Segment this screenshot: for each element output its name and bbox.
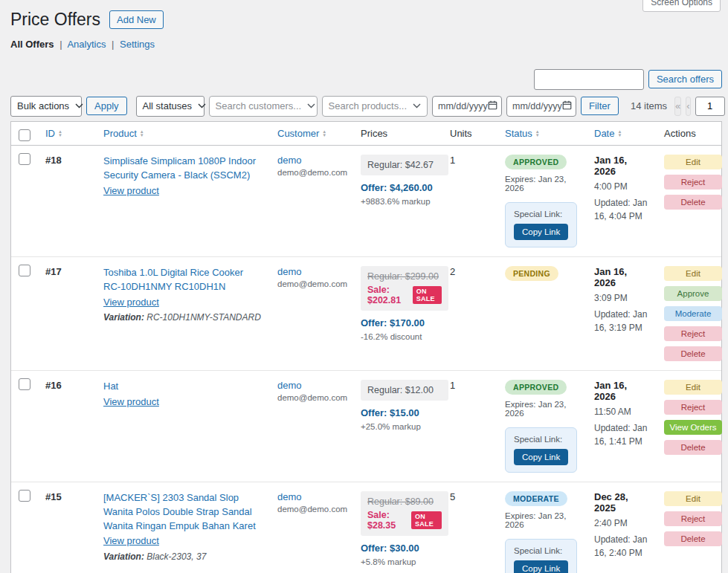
customer-link[interactable]: demo — [277, 380, 346, 391]
copy-link-button[interactable]: Copy Link — [514, 449, 568, 465]
moderate-button[interactable]: Moderate — [664, 306, 722, 321]
product-link[interactable]: Simplisafe Simplicam 1080P Indoor Securi… — [103, 155, 262, 183]
date-to-input[interactable]: mm/dd/yyyy — [506, 96, 576, 117]
row-checkbox[interactable] — [19, 265, 30, 276]
row-checkbox[interactable] — [19, 378, 30, 390]
reject-button[interactable]: Reject — [664, 326, 722, 341]
status-badge: PENDING — [505, 266, 558, 281]
offer-time: 2:40 PM — [594, 517, 649, 530]
view-orders-button[interactable]: View Orders — [664, 420, 722, 435]
offer-updated: Updated: Jan 16, 2:40 PM — [594, 533, 649, 560]
prices-cell: Regular: $89.00 Sale: $28.35ON SALE Offe… — [353, 482, 442, 573]
date-cell: Jan 16, 2026 3:09 PM Updated: Jan 16, 3:… — [587, 257, 657, 343]
calendar-icon[interactable] — [562, 100, 572, 112]
edit-button[interactable]: Edit — [664, 380, 722, 395]
header-id[interactable]: ID▲▼ — [38, 122, 96, 145]
offer-id: #17 — [38, 257, 96, 286]
edit-button[interactable]: Edit — [664, 155, 722, 169]
customer-email: demo@demo.com — [277, 505, 346, 514]
add-new-button[interactable]: Add New — [109, 10, 164, 29]
search-customers-select[interactable]: Search customers... — [209, 96, 318, 117]
product-cell: [MACKER`S] 2303 Sandal Slop Wanita Polos… — [96, 482, 270, 572]
reject-button[interactable]: Reject — [664, 511, 722, 526]
view-product-link[interactable]: View product — [103, 296, 159, 310]
header-date[interactable]: Date▲▼ — [587, 122, 657, 145]
reject-button[interactable]: Reject — [664, 175, 722, 190]
subnav-settings[interactable]: Settings — [120, 39, 155, 50]
customer-cell: demo demo@demo.com — [270, 146, 353, 186]
bulk-actions-select[interactable]: Bulk actions — [10, 96, 82, 117]
on-sale-badge: ON SALE — [413, 286, 442, 304]
delete-button[interactable]: Delete — [664, 195, 722, 210]
offer-price: Offer: $4,260.00 — [361, 182, 435, 193]
page-wrap: Screen Options Price Offers Add New All … — [0, 0, 728, 573]
actions-cell: Edit Reject Delete — [657, 146, 727, 218]
regular-price-box: Regular: $299.00 Sale: $202.81ON SALE — [361, 266, 448, 311]
reject-button[interactable]: Reject — [664, 400, 722, 415]
product-link[interactable]: [MACKER`S] 2303 Sandal Slop Wanita Polos… — [103, 491, 262, 534]
prices-cell: Regular: $42.67 Offer: $4,260.00 +9883.6… — [353, 146, 442, 215]
regular-price: Regular: $42.67 — [367, 160, 442, 170]
view-product-link[interactable]: View product — [103, 395, 159, 409]
search-products-placeholder: Search products... — [329, 100, 408, 111]
product-link[interactable]: Hat — [103, 380, 262, 394]
delete-button[interactable]: Delete — [664, 346, 722, 361]
date-to-placeholder: mm/dd/yyyy — [512, 101, 562, 111]
customer-link[interactable]: demo — [277, 491, 346, 502]
select-all-checkbox[interactable] — [19, 129, 30, 141]
row-checkbox[interactable] — [19, 490, 30, 502]
delete-button[interactable]: Delete — [664, 531, 722, 546]
row-checkbox[interactable] — [19, 153, 30, 165]
delete-button[interactable]: Delete — [664, 440, 722, 455]
apply-button[interactable]: Apply — [86, 97, 127, 115]
offer-updated: Updated: Jan 16, 1:41 PM — [594, 421, 649, 448]
search-offers-input[interactable] — [534, 69, 644, 90]
view-product-link[interactable]: View product — [103, 184, 159, 198]
regular-price-box: Regular: $12.00 — [361, 380, 448, 401]
customer-cell: demo demo@demo.com — [270, 257, 353, 297]
subnav-analytics[interactable]: Analytics — [67, 39, 106, 50]
regular-price: Regular: $12.00 — [367, 385, 442, 395]
all-statuses-select[interactable]: All statuses — [136, 96, 204, 117]
edit-button[interactable]: Edit — [664, 266, 722, 281]
copy-link-button[interactable]: Copy Link — [514, 224, 568, 240]
header-status[interactable]: Status▲▼ — [497, 122, 587, 145]
expires-label: Expires: Jan 23, 2026 — [505, 175, 579, 192]
search-offers-button[interactable]: Search offers — [648, 70, 722, 88]
header-customer[interactable]: Customer▲▼ — [270, 122, 353, 145]
actions-cell: Edit Reject Delete — [657, 482, 727, 555]
date-from-placeholder: mm/dd/yyyy — [438, 101, 488, 111]
view-product-link[interactable]: View product — [103, 534, 159, 548]
customer-link[interactable]: demo — [277, 155, 346, 166]
offer-date: Jan 16, 2026 — [594, 380, 649, 402]
regular-price: Regular: $89.00 — [367, 496, 442, 507]
status-badge: APPROVED — [505, 155, 567, 169]
header-product[interactable]: Product▲▼ — [96, 122, 270, 145]
product-cell: Toshiba 1.0L Digital Rice Cooker RC-10DH… — [96, 257, 270, 333]
units-cell: 1 — [442, 371, 497, 400]
customer-email: demo@demo.com — [277, 393, 346, 402]
units-cell: 1 — [442, 146, 497, 175]
special-link-label: Special Link: — [514, 210, 568, 218]
table-header-row: ID▲▼ Product▲▼ Customer▲▼ Prices Units S… — [11, 122, 721, 146]
offer-id: #18 — [38, 146, 96, 175]
search-products-select[interactable]: Search products... — [322, 96, 428, 117]
status-cell: APPROVED Expires: Jan 23, 2026 Special L… — [497, 371, 587, 482]
customer-link[interactable]: demo — [277, 266, 346, 277]
prev-page-button: ‹ — [686, 97, 690, 116]
current-page-input[interactable] — [695, 97, 725, 116]
edit-button[interactable]: Edit — [664, 491, 722, 506]
copy-link-button[interactable]: Copy Link — [514, 560, 568, 573]
screen-options-button[interactable]: Screen Options — [642, 0, 721, 12]
prices-cell: Regular: $299.00 Sale: $202.81ON SALE Of… — [353, 257, 442, 350]
page-title: Price Offers — [10, 9, 100, 31]
product-link[interactable]: Toshiba 1.0L Digital Rice Cooker RC-10DH… — [103, 266, 262, 294]
approve-button[interactable]: Approve — [664, 286, 722, 301]
chevron-down-icon — [75, 103, 83, 109]
offer-time: 4:00 PM — [594, 180, 649, 193]
date-from-input[interactable]: mm/dd/yyyy — [432, 96, 502, 117]
subnav-all-offers[interactable]: All Offers — [10, 39, 54, 50]
filter-button[interactable]: Filter — [581, 97, 619, 115]
calendar-icon[interactable] — [488, 100, 497, 112]
status-cell: MODERATE Expires: Jan 23, 2026 Special L… — [497, 482, 587, 573]
